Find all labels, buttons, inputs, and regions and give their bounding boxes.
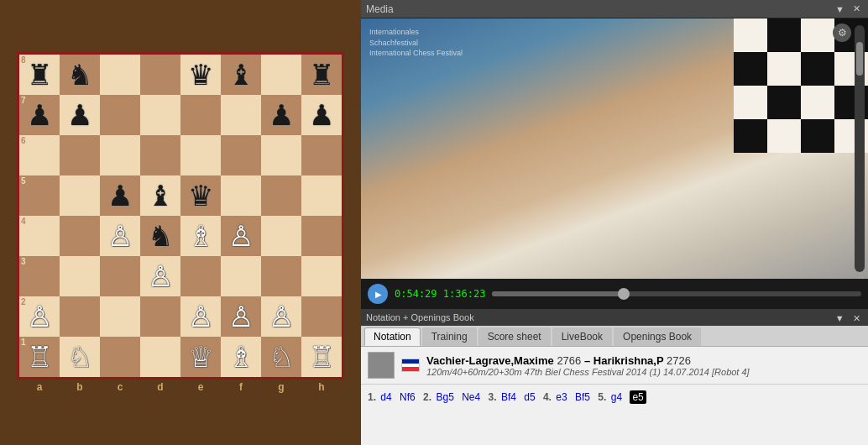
square-d6[interactable] [140,135,180,175]
square-g2[interactable]: ♙ [261,296,301,337]
square-h8[interactable]: ♜ [301,55,342,95]
piece-e1: ♕ [188,343,213,371]
move-1-black[interactable]: Nf6 [400,391,416,403]
square-e6[interactable] [180,135,221,175]
square-a2[interactable]: 2♙ [19,296,60,337]
square-b7[interactable]: ♟ [60,95,100,135]
progress-bar[interactable] [492,291,861,296]
scrollbar-thumb[interactable] [856,42,863,76]
move-4-black[interactable]: Bf5 [575,391,590,403]
square-c1[interactable] [100,337,140,377]
square-c8[interactable] [100,55,140,95]
tab-livebook[interactable]: LiveBook [552,327,612,346]
square-d3[interactable]: ♙ [140,256,180,296]
square-h2[interactable] [301,296,342,337]
square-c7[interactable] [100,95,140,135]
square-b8[interactable]: ♞ [60,55,100,95]
square-h3[interactable] [301,256,342,296]
move-5-white[interactable]: g4 [611,391,622,403]
white-player: Vachier-Lagrave,Maxime [426,354,554,367]
square-c6[interactable] [100,135,140,175]
media-close-button[interactable]: ✕ [850,3,863,14]
square-g4[interactable] [261,216,301,256]
square-h7[interactable]: ♟ [301,95,342,135]
square-g8[interactable] [261,55,301,95]
square-c5[interactable]: ♟ [100,175,140,216]
square-e5[interactable]: ♛ [180,175,221,216]
game-info: Vachier-Lagrave,Maxime 2766 – Harikrishn… [361,347,868,385]
square-b6[interactable] [60,135,100,175]
square-d4[interactable]: ♞ [140,216,180,256]
tab-training[interactable]: Training [422,327,477,346]
move-4-white[interactable]: e3 [556,391,567,403]
move-1-num: 1. [368,391,376,403]
tab-score-sheet[interactable]: Score sheet [478,327,551,346]
square-d7[interactable] [140,95,180,135]
square-f4[interactable]: ♙ [221,216,261,256]
tab-openings-book[interactable]: Openings Book [614,327,701,346]
square-h6[interactable] [301,135,342,175]
square-e8[interactable]: ♛ [180,55,221,95]
square-d2[interactable] [140,296,180,337]
square-h4[interactable] [301,216,342,256]
square-f5[interactable] [221,175,261,216]
move-3-black[interactable]: d5 [524,391,535,403]
progress-thumb[interactable] [618,288,630,300]
move-3-white[interactable]: Bf4 [501,391,516,403]
piece-f2: ♙ [228,302,254,331]
move-2-black[interactable]: Ne4 [462,391,480,403]
square-e1[interactable]: ♕ [180,337,221,377]
square-f2[interactable]: ♙ [221,296,261,337]
square-c4[interactable]: ♙ [100,216,140,256]
square-b3[interactable] [60,256,100,296]
media-pin-button[interactable]: ▼ [833,3,847,14]
square-f7[interactable] [221,95,261,135]
square-b1[interactable]: ♘ [60,337,100,377]
square-f3[interactable] [221,256,261,296]
square-a5[interactable]: 5 [19,175,60,216]
game-event: 120m/40+60m/20+30m 47th Biel Chess Festi… [426,367,750,377]
event-name: 47th Biel Chess Festival 2014 (1) 14.07.… [525,367,709,377]
move-5-black[interactable]: e5 [630,390,646,404]
square-e3[interactable] [180,256,221,296]
square-a6[interactable]: 6 [19,135,60,175]
square-a3[interactable]: 3 [19,256,60,296]
notation-close-button[interactable]: ✕ [850,313,863,324]
chess-panel: 8♜♞♛♝♜7♟♟♟♟65♟♝♛4♙♞♗♙3♙2♙♙♙♙1♖♘♕♗♘♖ a b … [0,0,361,445]
square-g5[interactable] [261,175,301,216]
square-c3[interactable] [100,256,140,296]
square-g1[interactable]: ♘ [261,337,301,377]
move-2-num: 2. [423,391,431,403]
square-h5[interactable] [301,175,342,216]
square-e4[interactable]: ♗ [180,216,221,256]
square-f1[interactable]: ♗ [221,337,261,377]
chess-board[interactable]: 8♜♞♛♝♜7♟♟♟♟65♟♝♛4♙♞♗♙3♙2♙♙♙♙1♖♘♕♗♘♖ [19,55,342,377]
square-a1[interactable]: 1♖ [19,337,60,377]
notation-pin-button[interactable]: ▼ [833,313,847,323]
move-2-white[interactable]: Bg5 [436,391,453,403]
square-g3[interactable] [261,256,301,296]
square-h1[interactable]: ♖ [301,337,342,377]
move-1-white[interactable]: d4 [380,391,391,403]
square-e2[interactable]: ♙ [180,296,221,337]
piece-a7: ♟ [27,101,52,129]
square-g6[interactable] [261,135,301,175]
square-d1[interactable] [140,337,180,377]
square-f6[interactable] [221,135,261,175]
square-b2[interactable] [60,296,100,337]
video-scrollbar[interactable]: 91 [855,25,865,272]
square-c2[interactable] [100,296,140,337]
square-g7[interactable]: ♟ [261,95,301,135]
square-d5[interactable]: ♝ [140,175,180,216]
settings-button[interactable]: ⚙ [833,24,851,42]
square-b4[interactable] [60,216,100,256]
square-a8[interactable]: 8♜ [19,55,60,95]
square-f8[interactable]: ♝ [221,55,261,95]
square-a4[interactable]: 4 [19,216,60,256]
square-e7[interactable] [180,95,221,135]
square-b5[interactable] [60,175,100,216]
play-button[interactable] [368,284,388,304]
square-d8[interactable] [140,55,180,95]
tab-notation[interactable]: Notation [364,327,421,346]
square-a7[interactable]: 7♟ [19,95,60,135]
